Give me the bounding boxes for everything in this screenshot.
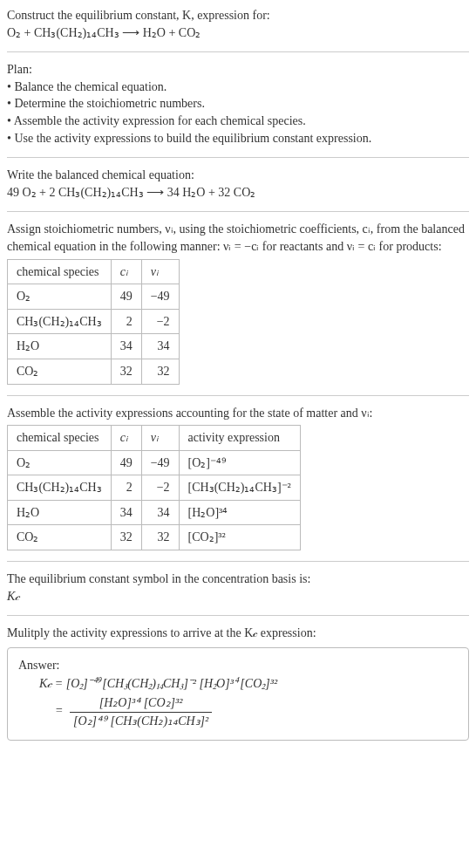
balanced-block: Write the balanced chemical equation: 49… bbox=[7, 167, 469, 201]
col-vi: νᵢ bbox=[141, 426, 179, 451]
plan-block: Plan: • Balance the chemical equation. •… bbox=[7, 61, 469, 147]
cell-vi: −49 bbox=[141, 450, 179, 475]
title-text: Construct the equilibrium constant, K, e… bbox=[7, 9, 270, 22]
cell-vi: −49 bbox=[141, 284, 179, 310]
stoich-table: chemical species cᵢ νᵢ O₂ 49 −49 CH₃(CH₂… bbox=[7, 259, 180, 385]
multiply-line: Mulitply the activity expressions to arr… bbox=[7, 625, 469, 642]
table-row: O₂ 49 −49 [O₂]⁻⁴⁹ bbox=[8, 450, 301, 475]
answer-line1: K𝒸 = [O₂]⁻⁴⁹ [CH₃(CH₂)₁₄CH₃]⁻² [H₂O]³⁴ [… bbox=[39, 675, 458, 693]
balanced-equation: 49 O₂ + 2 CH₃(CH₂)₁₄CH₃ ⟶ 34 H₂O + 32 CO… bbox=[7, 184, 469, 202]
divider bbox=[7, 615, 469, 616]
header-block: Construct the equilibrium constant, K, e… bbox=[7, 7, 469, 41]
divider bbox=[7, 561, 469, 562]
table-row: H₂O 34 34 [H₂O]³⁴ bbox=[8, 500, 301, 525]
table-header-row: chemical species cᵢ νᵢ bbox=[8, 259, 180, 284]
activity-block: Assemble the activity expressions accoun… bbox=[7, 405, 469, 551]
cell-species: CH₃(CH₂)₁₄CH₃ bbox=[8, 475, 112, 501]
kc-symbol-line2: K𝒸 bbox=[7, 588, 469, 605]
activity-intro: Assemble the activity expressions accoun… bbox=[7, 405, 469, 422]
cell-species: CO₂ bbox=[8, 525, 112, 550]
plan-bullet-4: • Use the activity expressions to build … bbox=[7, 130, 469, 147]
balanced-heading: Write the balanced chemical equation: bbox=[7, 167, 469, 184]
col-ci: cᵢ bbox=[111, 259, 141, 284]
fraction: [H₂O]³⁴ [CO₂]³² [O₂]⁴⁹ [CH₃(CH₂)₁₄CH₃]² bbox=[70, 694, 212, 729]
cell-activity: [O₂]⁻⁴⁹ bbox=[179, 450, 300, 475]
unbalanced-equation: O₂ + CH₃(CH₂)₁₄CH₃ ⟶ H₂O + CO₂ bbox=[7, 24, 469, 42]
eq-prefix: = bbox=[55, 704, 66, 717]
col-activity: activity expression bbox=[179, 426, 300, 451]
cell-species: H₂O bbox=[8, 500, 112, 525]
table-row: CO₂ 32 32 bbox=[8, 359, 180, 384]
divider bbox=[7, 211, 469, 212]
kc-symbol-block: The equilibrium constant symbol in the c… bbox=[7, 571, 469, 605]
cell-species: H₂O bbox=[8, 334, 112, 359]
cell-ci: 49 bbox=[111, 284, 141, 310]
answer-line2: = [H₂O]³⁴ [CO₂]³² [O₂]⁴⁹ [CH₃(CH₂)₁₄CH₃]… bbox=[39, 694, 458, 729]
table-row: CO₂ 32 32 [CO₂]³² bbox=[8, 525, 301, 550]
cell-ci: 34 bbox=[111, 334, 141, 359]
divider bbox=[7, 51, 469, 52]
cell-vi: 32 bbox=[141, 359, 179, 384]
stoich-block: Assign stoichiometric numbers, νᵢ, using… bbox=[7, 221, 469, 384]
col-ci: cᵢ bbox=[111, 426, 141, 451]
cell-activity: [CH₃(CH₂)₁₄CH₃]⁻² bbox=[179, 475, 300, 501]
cell-vi: 32 bbox=[141, 525, 179, 550]
cell-ci: 34 bbox=[111, 500, 141, 525]
kc-symbol-line1: The equilibrium constant symbol in the c… bbox=[7, 571, 469, 588]
plan-heading: Plan: bbox=[7, 61, 469, 79]
cell-species: CO₂ bbox=[8, 359, 112, 384]
answer-box: Answer: K𝒸 = [O₂]⁻⁴⁹ [CH₃(CH₂)₁₄CH₃]⁻² [… bbox=[7, 647, 469, 741]
cell-ci: 49 bbox=[111, 450, 141, 475]
fraction-numerator: [H₂O]³⁴ [CO₂]³² bbox=[70, 694, 212, 713]
divider bbox=[7, 157, 469, 158]
table-header-row: chemical species cᵢ νᵢ activity expressi… bbox=[8, 426, 301, 451]
table-row: H₂O 34 34 bbox=[8, 334, 180, 359]
activity-table: chemical species cᵢ νᵢ activity expressi… bbox=[7, 425, 301, 550]
multiply-block: Mulitply the activity expressions to arr… bbox=[7, 625, 469, 741]
cell-activity: [CO₂]³² bbox=[179, 525, 300, 550]
cell-activity: [H₂O]³⁴ bbox=[179, 500, 300, 525]
cell-ci: 2 bbox=[111, 475, 141, 501]
cell-vi: 34 bbox=[141, 334, 179, 359]
col-species: chemical species bbox=[8, 426, 112, 451]
title-line: Construct the equilibrium constant, K, e… bbox=[7, 7, 469, 24]
divider bbox=[7, 395, 469, 396]
plan-bullet-3: • Assemble the activity expression for e… bbox=[7, 113, 469, 130]
fraction-denominator: [O₂]⁴⁹ [CH₃(CH₂)₁₄CH₃]² bbox=[70, 713, 212, 730]
stoich-intro: Assign stoichiometric numbers, νᵢ, using… bbox=[7, 221, 469, 255]
plan-bullet-2: • Determine the stoichiometric numbers. bbox=[7, 95, 469, 113]
table-row: O₂ 49 −49 bbox=[8, 284, 180, 310]
cell-vi: −2 bbox=[141, 309, 179, 334]
cell-ci: 2 bbox=[111, 309, 141, 334]
cell-species: O₂ bbox=[8, 284, 112, 310]
cell-species: O₂ bbox=[8, 450, 112, 475]
cell-vi: 34 bbox=[141, 500, 179, 525]
table-row: CH₃(CH₂)₁₄CH₃ 2 −2 [CH₃(CH₂)₁₄CH₃]⁻² bbox=[8, 475, 301, 501]
cell-ci: 32 bbox=[111, 359, 141, 384]
cell-vi: −2 bbox=[141, 475, 179, 501]
col-vi: νᵢ bbox=[141, 259, 179, 284]
cell-species: CH₃(CH₂)₁₄CH₃ bbox=[8, 309, 112, 334]
cell-ci: 32 bbox=[111, 525, 141, 550]
table-row: CH₃(CH₂)₁₄CH₃ 2 −2 bbox=[8, 309, 180, 334]
col-species: chemical species bbox=[8, 259, 112, 284]
plan-bullet-1: • Balance the chemical equation. bbox=[7, 79, 469, 96]
answer-heading: Answer: bbox=[18, 657, 458, 674]
